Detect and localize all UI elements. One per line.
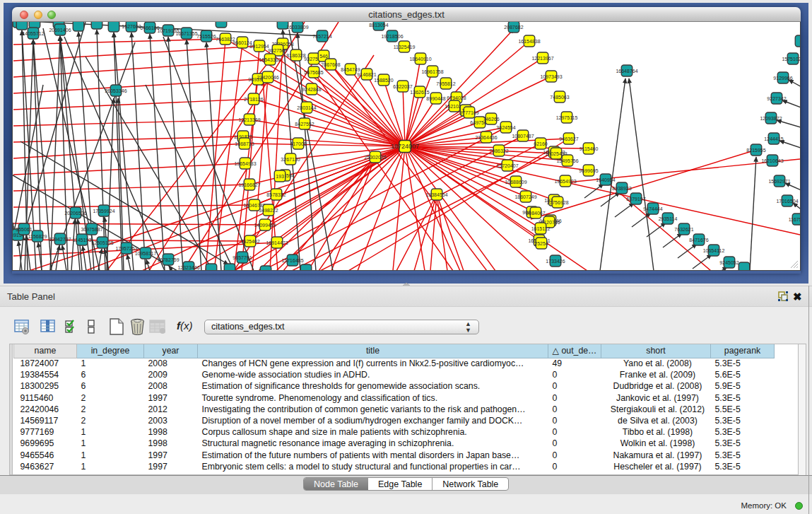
svg-text:15716485: 15716485 [281, 258, 303, 263]
svg-text:9777169: 9777169 [459, 110, 478, 115]
svg-text:9242848: 9242848 [302, 87, 321, 92]
svg-text:18607249: 18607249 [514, 194, 536, 199]
svg-text:12942737: 12942737 [49, 237, 71, 242]
svg-text:12323446: 12323446 [177, 265, 199, 270]
svg-text:7625402: 7625402 [240, 239, 259, 244]
svg-text:9129966: 9129966 [773, 76, 792, 81]
svg-text:2087682: 2087682 [504, 25, 523, 30]
svg-text:8813054: 8813054 [369, 23, 388, 28]
svg-text:3624554: 3624554 [496, 125, 515, 130]
svg-text:30975887: 30975887 [81, 227, 102, 232]
svg-text:1588520: 1588520 [374, 78, 393, 83]
svg-text:10688609: 10688609 [505, 180, 526, 185]
svg-text:1868733: 1868733 [235, 141, 254, 146]
svg-text:15720407: 15720407 [496, 163, 518, 168]
svg-text:10807487: 10807487 [512, 134, 534, 139]
svg-text:19654923: 19654923 [554, 179, 576, 184]
svg-text:5675685: 5675685 [304, 70, 323, 75]
svg-text:9146821: 9146821 [357, 72, 376, 77]
svg-text:16210643: 16210643 [761, 158, 783, 163]
svg-text:10756928: 10756928 [546, 200, 568, 205]
svg-text:8215955: 8215955 [746, 148, 765, 153]
svg-text:2803144: 2803144 [297, 105, 316, 110]
svg-text:16671355: 16671355 [175, 31, 197, 36]
svg-text:1640954: 1640954 [596, 177, 615, 182]
svg-text:12505135: 12505135 [91, 240, 113, 245]
svg-text:16914473: 16914473 [266, 240, 288, 245]
svg-text:15751024: 15751024 [782, 57, 801, 62]
svg-text:8186328: 8186328 [286, 53, 305, 58]
svg-text:3267130: 3267130 [281, 157, 300, 162]
svg-text:18640910: 18640910 [409, 57, 431, 62]
svg-text:9463627: 9463627 [559, 136, 578, 141]
svg-text:17016504: 17016504 [776, 199, 798, 204]
svg-text:1362615: 1362615 [410, 90, 429, 95]
svg-text:16782759: 16782759 [157, 257, 179, 262]
svg-text:12213369: 12213369 [238, 117, 260, 122]
svg-text:9827509: 9827509 [268, 48, 287, 53]
svg-text:16046788: 16046788 [243, 203, 265, 208]
svg-text:9115460: 9115460 [579, 146, 599, 151]
svg-text:8578332: 8578332 [266, 192, 286, 197]
svg-text:8427552: 8427552 [295, 122, 314, 127]
svg-text:7986322: 7986322 [489, 148, 508, 153]
svg-text:10958117: 10958117 [135, 251, 157, 256]
svg-text:19218506: 19218506 [381, 34, 403, 39]
svg-text:14099489: 14099489 [254, 223, 276, 228]
svg-text:1156829: 1156829 [28, 234, 47, 239]
svg-text:2867608: 2867608 [321, 62, 340, 67]
svg-text:25254: 25254 [534, 241, 548, 246]
svg-text:20691406: 20691406 [49, 28, 71, 33]
svg-text:1167533: 1167533 [789, 217, 801, 222]
svg-text:10973493: 10973493 [540, 74, 562, 79]
svg-text:2935114: 2935114 [659, 216, 678, 221]
svg-text:19384554: 19384554 [425, 192, 447, 197]
svg-text:9474444: 9474444 [643, 206, 662, 211]
svg-text:15495756: 15495756 [556, 158, 578, 163]
svg-text:10654112: 10654112 [703, 248, 725, 253]
svg-text:417006: 417006 [290, 141, 306, 146]
svg-text:6794028: 6794028 [447, 95, 466, 100]
svg-text:23420046: 23420046 [257, 75, 278, 80]
svg-text:8912954: 8912954 [249, 44, 269, 49]
svg-text:14055712: 14055712 [22, 31, 44, 36]
svg-text:1615112: 1615112 [531, 226, 551, 231]
svg-text:21364436: 21364436 [475, 135, 497, 140]
svg-text:16154838: 16154838 [518, 39, 540, 44]
svg-text:9227342: 9227342 [767, 96, 786, 101]
svg-text:546: 546 [319, 54, 328, 59]
svg-text:11325419: 11325419 [394, 45, 416, 49]
svg-text:25302035: 25302035 [364, 155, 386, 160]
svg-text:8471676: 8471676 [689, 238, 708, 243]
svg-text:26053346: 26053346 [105, 88, 126, 93]
svg-text:1244415: 1244415 [764, 136, 783, 141]
svg-text:7515526: 7515526 [196, 34, 216, 39]
svg-text:9245052: 9245052 [719, 260, 739, 265]
svg-text:6322037: 6322037 [393, 84, 412, 89]
svg-text:16648764: 16648764 [616, 69, 637, 74]
svg-text:16033809: 16033809 [286, 25, 308, 30]
svg-text:12975115: 12975115 [556, 115, 578, 120]
svg-text:746266: 746266 [483, 117, 499, 122]
svg-text:2718126: 2718126 [244, 97, 263, 102]
svg-text:8990448: 8990448 [426, 96, 445, 101]
svg-text:9857791: 9857791 [233, 255, 252, 260]
svg-text:12213967: 12213967 [531, 56, 553, 61]
svg-text:16961758: 16961758 [421, 69, 443, 74]
svg-text:62160: 62160 [534, 141, 548, 146]
svg-text:6879197: 6879197 [626, 197, 645, 201]
svg-text:7955812: 7955812 [436, 81, 455, 86]
svg-text:9699695: 9699695 [579, 168, 598, 173]
svg-text:17957253: 17957253 [115, 246, 137, 251]
svg-text:18724007: 18724007 [391, 143, 419, 150]
svg-text:16543362: 16543362 [259, 57, 281, 62]
svg-text:20206536: 20206536 [64, 211, 86, 216]
svg-text:19654983: 19654983 [234, 161, 256, 166]
svg-text:9084067: 9084067 [526, 211, 545, 216]
svg-text:7857214: 7857214 [312, 34, 331, 39]
svg-text:1145193: 1145193 [73, 238, 92, 243]
svg-text:17359924: 17359924 [93, 209, 114, 214]
svg-text:7632621: 7632621 [674, 227, 693, 232]
svg-text:12093872: 12093872 [760, 116, 782, 121]
svg-text:8454749: 8454749 [341, 67, 360, 72]
